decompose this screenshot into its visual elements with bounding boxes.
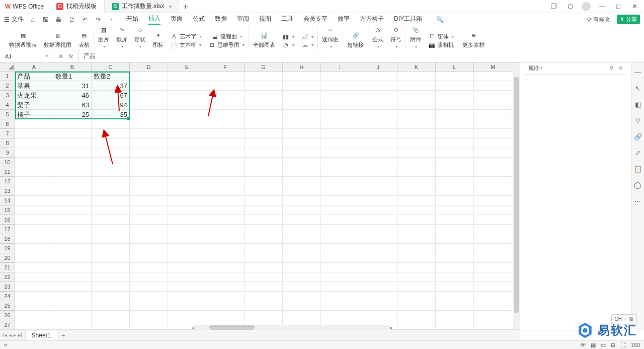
cell[interactable] [15,129,53,138]
cell[interactable] [53,244,92,253]
cell[interactable] [321,138,359,148]
cell[interactable] [474,91,512,100]
cell[interactable] [283,138,321,148]
cell[interactable] [283,148,321,158]
cell[interactable] [92,167,130,177]
cell[interactable] [283,215,321,225]
cell[interactable] [359,119,397,129]
row-header[interactable]: 19 [0,244,15,253]
cell[interactable] [283,100,321,110]
cell[interactable] [321,272,359,282]
cell[interactable] [206,282,245,292]
row-header[interactable]: 20 [0,253,15,263]
tab-data[interactable]: 数据 [215,15,227,24]
row-header[interactable]: 6 [0,119,15,129]
tab-vip[interactable]: 会员专享 [303,15,328,24]
cell[interactable]: 数量2 [92,72,130,81]
cell[interactable] [168,234,206,244]
cell[interactable] [474,119,512,129]
cell[interactable] [206,100,245,110]
cell[interactable] [168,196,206,205]
cell[interactable] [130,138,168,148]
cell[interactable] [53,167,92,177]
cell[interactable] [15,158,53,167]
cell[interactable] [436,282,474,292]
cell[interactable] [474,158,512,167]
cell[interactable] [321,186,359,196]
cell[interactable] [321,253,359,263]
cell[interactable] [206,148,245,158]
cell[interactable] [206,215,245,225]
cell[interactable] [359,272,397,282]
cell[interactable] [436,72,474,81]
cell[interactable] [130,225,168,234]
cell[interactable]: 火龙果 [15,91,53,100]
cell[interactable] [397,158,436,167]
cell[interactable] [168,177,206,186]
cell[interactable] [321,72,359,81]
camera-button[interactable]: 📷照相机 [428,41,454,49]
cell[interactable] [130,272,168,282]
cell[interactable] [168,205,206,215]
cell[interactable] [130,234,168,244]
cell[interactable] [359,91,397,100]
cell[interactable] [168,158,206,167]
cell[interactable] [15,225,53,234]
style-icon[interactable]: ◧ [633,100,642,109]
cell[interactable] [92,253,130,263]
cell[interactable] [92,205,130,215]
cell[interactable] [168,292,206,301]
cell[interactable] [168,72,206,81]
cell[interactable] [436,292,474,301]
cell[interactable] [206,244,245,253]
row-header[interactable]: 24 [0,292,15,301]
cell[interactable] [92,129,130,138]
cell[interactable] [321,215,359,225]
cell[interactable] [397,100,436,110]
cell[interactable]: 37 [92,81,130,91]
cell[interactable] [53,225,92,234]
cell[interactable] [283,253,321,263]
cell[interactable] [130,292,168,301]
cell[interactable] [321,119,359,129]
cell[interactable] [168,81,206,91]
cell[interactable] [436,167,474,177]
cell[interactable] [283,81,321,91]
cell[interactable] [474,72,512,81]
save-icon[interactable]: 🖫 [42,16,50,24]
cell[interactable] [206,72,245,81]
cell[interactable] [474,81,512,91]
cell[interactable] [15,253,53,263]
cell[interactable] [15,320,53,330]
cell[interactable] [321,100,359,110]
name-box[interactable]: A1▾ [0,50,53,62]
cell[interactable] [53,158,92,167]
cell[interactable] [283,205,321,215]
cell[interactable] [474,253,512,263]
cell[interactable] [245,205,283,215]
cell[interactable]: 31 [53,81,92,91]
cell[interactable] [283,177,321,186]
cell[interactable] [397,320,436,330]
select-tool-icon[interactable]: ↖ [633,84,642,93]
cell[interactable] [474,292,512,301]
all-charts-button[interactable]: 📊全部图表 [253,31,275,49]
cell[interactable] [359,148,397,158]
cell[interactable] [168,311,206,320]
doc-tab-workbook[interactable]: S 工作簿数量.xlsx • [104,0,179,13]
cell[interactable] [245,138,283,148]
cell[interactable] [397,119,436,129]
col-header[interactable]: E [168,62,206,72]
eye-icon[interactable]: 👁 [580,342,586,348]
row-header[interactable]: 8 [0,138,15,148]
cell[interactable] [397,301,436,311]
cell[interactable] [283,158,321,167]
cell[interactable] [130,72,168,81]
cell[interactable]: 25 [53,110,92,119]
cell[interactable] [321,110,359,119]
cell[interactable] [53,263,92,272]
app-tab[interactable]: W WPS Office [0,0,49,13]
tab-view[interactable]: 视图 [259,15,271,24]
cell[interactable]: 橘子 [15,110,53,119]
cell[interactable] [92,138,130,148]
